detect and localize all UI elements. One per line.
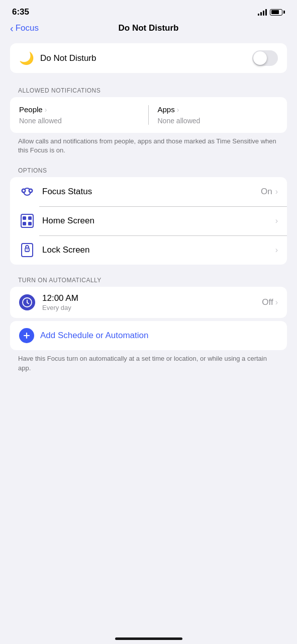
moon-icon: 🌙 [19,51,34,65]
home-screen-chevron-icon: › [275,216,278,225]
status-time: 6:35 [12,7,29,17]
schedule-time: 12:00 AM [42,293,262,303]
focus-status-value: On [261,187,272,197]
do-not-disturb-toggle[interactable] [252,50,278,66]
focus-status-label: Focus Status [42,187,261,197]
do-not-disturb-label: Do Not Disturb [40,53,96,63]
battery-icon [270,9,285,16]
automation-header: TURN ON AUTOMATICALLY [0,277,297,287]
svg-rect-9 [28,222,32,225]
add-schedule-label: Add Schedule or Automation [40,331,148,341]
content: 🌙 Do Not Disturb ALLOWED NOTIFICATIONS P… [0,39,297,389]
allowed-notifications-section: ALLOWED NOTIFICATIONS People › None allo… [0,87,297,155]
people-chevron-icon: › [45,106,47,114]
svg-point-4 [30,190,32,192]
status-bar: 6:35 [0,0,297,21]
people-cell[interactable]: People › None allowed [10,97,149,133]
people-label: People [19,105,43,114]
svg-point-12 [27,250,28,251]
signal-icon [258,9,267,16]
do-not-disturb-row: 🌙 Do Not Disturb [10,43,287,73]
lock-screen-icon [19,242,35,258]
people-subtitle: None allowed [19,117,140,125]
home-indicator [115,637,182,640]
svg-point-3 [23,190,25,192]
apps-label: Apps [158,105,175,114]
chevron-left-icon: ‹ [10,23,14,33]
options-card: Focus Status On › Home Screen › [10,177,287,265]
clock-icon [19,294,35,310]
svg-rect-7 [28,216,32,220]
apps-chevron-icon: › [177,106,179,114]
svg-rect-6 [23,216,26,220]
apps-cell[interactable]: Apps › None allowed [149,97,287,133]
schedule-status: Off [262,297,273,307]
focus-status-icon [19,184,35,200]
automation-footer: Have this Focus turn on automatically at… [0,350,297,372]
allowed-notifications-footer: Allow calls and notifications from peopl… [0,133,297,155]
back-label: Focus [16,23,39,33]
schedule-row[interactable]: 12:00 AM Every day Off › [10,287,287,318]
status-icons [258,9,285,16]
schedule-chevron-icon: › [275,298,278,307]
schedule-recurrence: Every day [42,304,262,311]
page-title: Do Not Disturb [119,23,179,33]
apps-subtitle: None allowed [158,117,278,125]
back-button[interactable]: ‹ Focus [10,23,39,33]
schedule-card: 12:00 AM Every day Off › [10,287,287,318]
automation-section: TURN ON AUTOMATICALLY 12:00 AM Every day [0,277,297,372]
focus-status-row[interactable]: Focus Status On › [10,177,287,206]
add-icon [19,328,34,343]
lock-screen-chevron-icon: › [275,246,278,255]
svg-rect-8 [23,222,26,225]
home-screen-icon [19,213,35,229]
home-screen-label: Home Screen [42,216,275,226]
focus-status-chevron-icon: › [275,187,278,196]
svg-rect-5 [21,214,33,227]
nav-bar: ‹ Focus Do Not Disturb [0,21,297,39]
lock-screen-label: Lock Screen [42,245,275,255]
options-section: OPTIONS Focus Status On › [0,167,297,265]
lock-screen-row[interactable]: Lock Screen › [10,235,287,265]
add-schedule-row[interactable]: Add Schedule or Automation [10,321,287,350]
notifications-grid: People › None allowed Apps › None allowe… [10,97,287,133]
toggle-knob [253,51,267,65]
add-schedule-card: Add Schedule or Automation [10,321,287,350]
allowed-notifications-header: ALLOWED NOTIFICATIONS [0,87,297,97]
options-header: OPTIONS [0,167,297,177]
do-not-disturb-card: 🌙 Do Not Disturb [10,43,287,73]
home-screen-row[interactable]: Home Screen › [10,206,287,235]
